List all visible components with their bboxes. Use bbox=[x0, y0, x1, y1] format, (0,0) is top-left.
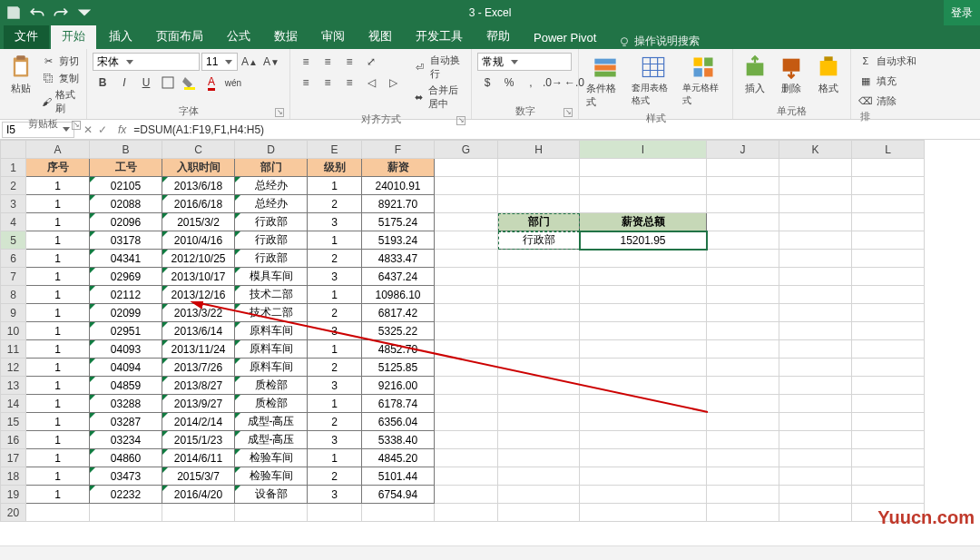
row-header-8[interactable]: 8 bbox=[1, 286, 26, 304]
cell-E18[interactable]: 2 bbox=[308, 467, 362, 486]
cell-B10[interactable]: 02951 bbox=[90, 322, 162, 340]
cell-G8[interactable] bbox=[435, 286, 498, 304]
cell-I15[interactable] bbox=[580, 413, 707, 431]
cell-J1[interactable] bbox=[707, 159, 779, 177]
cell-B11[interactable]: 04093 bbox=[90, 340, 162, 359]
cell-K18[interactable] bbox=[779, 467, 852, 486]
cell-F16[interactable]: 5338.40 bbox=[362, 431, 435, 449]
cell-F18[interactable]: 5101.44 bbox=[362, 467, 435, 486]
cell-K8[interactable] bbox=[779, 286, 852, 304]
tab-view[interactable]: 视图 bbox=[358, 23, 403, 49]
cell-F14[interactable]: 6178.74 bbox=[362, 395, 435, 413]
fill-color-button[interactable] bbox=[180, 74, 200, 92]
cell-K20[interactable] bbox=[779, 504, 852, 522]
cell-H13[interactable] bbox=[498, 377, 580, 395]
cell-K5[interactable] bbox=[779, 231, 852, 250]
cell-A4[interactable]: 1 bbox=[26, 213, 90, 231]
cell-L19[interactable] bbox=[852, 486, 925, 504]
cell-K11[interactable] bbox=[779, 340, 852, 359]
cell-F10[interactable]: 5325.22 bbox=[362, 322, 435, 340]
row-header-14[interactable]: 14 bbox=[1, 395, 26, 413]
cell-B18[interactable]: 03473 bbox=[90, 467, 162, 486]
row-header-5[interactable]: 5 bbox=[1, 231, 26, 250]
col-header-G[interactable]: G bbox=[435, 141, 498, 159]
orientation-icon[interactable]: ⤢ bbox=[361, 53, 381, 71]
cell-B19[interactable]: 02232 bbox=[90, 486, 162, 504]
cell-G3[interactable] bbox=[435, 195, 498, 213]
cell-K19[interactable] bbox=[779, 486, 852, 504]
cell-E10[interactable]: 3 bbox=[308, 322, 362, 340]
cell-J3[interactable] bbox=[707, 195, 779, 213]
cell-F17[interactable]: 4845.20 bbox=[362, 449, 435, 467]
cell-D19[interactable]: 设备部 bbox=[235, 486, 308, 504]
wrap-text-button[interactable]: ⏎自动换行 bbox=[412, 53, 466, 82]
cell-I6[interactable] bbox=[580, 250, 707, 268]
decrease-font-icon[interactable]: A▼ bbox=[261, 53, 281, 71]
cell-L7[interactable] bbox=[852, 268, 925, 286]
cell-C11[interactable]: 2013/11/24 bbox=[162, 340, 235, 359]
cell-G4[interactable] bbox=[435, 213, 498, 231]
cell-E15[interactable]: 2 bbox=[308, 413, 362, 431]
cell-C14[interactable]: 2013/9/27 bbox=[162, 395, 235, 413]
bold-button[interactable]: B bbox=[93, 74, 113, 92]
cell-C12[interactable]: 2013/7/26 bbox=[162, 359, 235, 377]
cell-L9[interactable] bbox=[852, 304, 925, 322]
cell-E3[interactable]: 2 bbox=[308, 195, 362, 213]
increase-decimal-icon[interactable]: .0→ bbox=[543, 74, 563, 92]
cell-I9[interactable] bbox=[580, 304, 707, 322]
cell-C7[interactable]: 2013/10/17 bbox=[162, 268, 235, 286]
autosum-button[interactable]: Σ自动求和 bbox=[857, 53, 918, 69]
cell-L12[interactable] bbox=[852, 359, 925, 377]
cell-D1[interactable]: 部门 bbox=[235, 159, 308, 177]
qat-customize-icon[interactable] bbox=[76, 5, 93, 21]
cell-D11[interactable]: 原料车间 bbox=[235, 340, 308, 359]
align-left-icon[interactable]: ≡ bbox=[296, 74, 316, 92]
cell-I7[interactable] bbox=[580, 268, 707, 286]
cell-J4[interactable] bbox=[707, 213, 779, 231]
cell-K14[interactable] bbox=[779, 395, 852, 413]
cell-I19[interactable] bbox=[580, 486, 707, 504]
cell-J10[interactable] bbox=[707, 322, 779, 340]
cell-E14[interactable]: 1 bbox=[308, 395, 362, 413]
dialog-launcher-icon[interactable]: ↘ bbox=[456, 116, 466, 125]
cell-J18[interactable] bbox=[707, 467, 779, 486]
cut-button[interactable]: ✂剪切 bbox=[39, 53, 81, 69]
border-button[interactable] bbox=[158, 74, 178, 92]
cell-A11[interactable]: 1 bbox=[26, 340, 90, 359]
cell-K10[interactable] bbox=[779, 322, 852, 340]
cell-G1[interactable] bbox=[435, 159, 498, 177]
cell-G14[interactable] bbox=[435, 395, 498, 413]
cell-A13[interactable]: 1 bbox=[26, 377, 90, 395]
cell-D7[interactable]: 模具车间 bbox=[235, 268, 308, 286]
cell-A12[interactable]: 1 bbox=[26, 359, 90, 377]
formula-input[interactable]: =DSUM(A1:F19,F1,H4:H5) bbox=[130, 123, 980, 136]
cell-A1[interactable]: 序号 bbox=[26, 159, 90, 177]
cell-B15[interactable]: 03287 bbox=[90, 413, 162, 431]
cell-H14[interactable] bbox=[498, 395, 580, 413]
cell-E20[interactable] bbox=[308, 504, 362, 522]
cell-H5[interactable]: 行政部 bbox=[498, 231, 580, 250]
italic-button[interactable]: I bbox=[114, 74, 134, 92]
cell-D14[interactable]: 质检部 bbox=[235, 395, 308, 413]
cell-B16[interactable]: 03234 bbox=[90, 431, 162, 449]
cell-C19[interactable]: 2016/4/20 bbox=[162, 486, 235, 504]
cell-D12[interactable]: 原料车间 bbox=[235, 359, 308, 377]
cell-H12[interactable] bbox=[498, 359, 580, 377]
cell-B4[interactable]: 02096 bbox=[90, 213, 162, 231]
cell-G12[interactable] bbox=[435, 359, 498, 377]
cell-A18[interactable]: 1 bbox=[26, 467, 90, 486]
row-header-15[interactable]: 15 bbox=[1, 413, 26, 431]
paste-button[interactable]: 粘贴 bbox=[5, 53, 35, 97]
cell-B13[interactable]: 04859 bbox=[90, 377, 162, 395]
cell-D2[interactable]: 总经办 bbox=[235, 177, 308, 195]
cell-B8[interactable]: 02112 bbox=[90, 286, 162, 304]
currency-icon[interactable]: $ bbox=[477, 74, 497, 92]
row-header-7[interactable]: 7 bbox=[1, 268, 26, 286]
cell-K4[interactable] bbox=[779, 213, 852, 231]
cell-J20[interactable] bbox=[707, 504, 779, 522]
cell-J14[interactable] bbox=[707, 395, 779, 413]
cell-L4[interactable] bbox=[852, 213, 925, 231]
row-header-1[interactable]: 1 bbox=[1, 159, 26, 177]
cell-J16[interactable] bbox=[707, 431, 779, 449]
cell-F4[interactable]: 5175.24 bbox=[362, 213, 435, 231]
